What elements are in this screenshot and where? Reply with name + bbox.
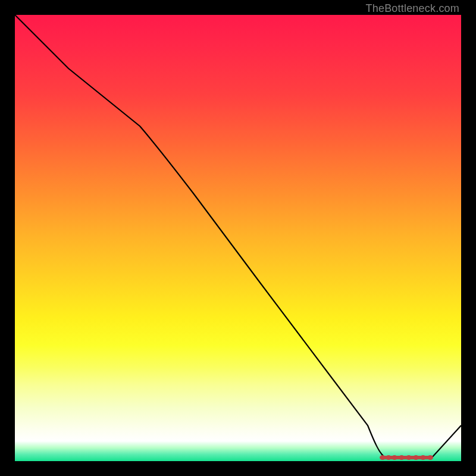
marker-group [380,455,433,460]
watermark-text: TheBottleneck.com [366,2,459,15]
plot-area [15,15,461,461]
curve-line [15,15,461,458]
chart-svg [15,15,461,461]
svg-rect-8 [383,456,430,459]
chart-container: TheBottleneck.com [0,0,476,476]
